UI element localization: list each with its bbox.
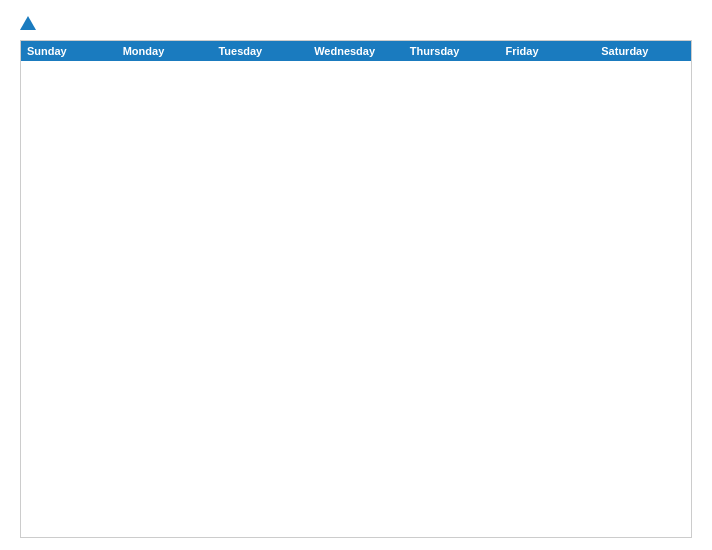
day-header-tuesday: Tuesday: [212, 41, 308, 61]
logo: [20, 16, 38, 30]
weeks-container: [21, 61, 691, 537]
calendar-grid: SundayMondayTuesdayWednesdayThursdayFrid…: [20, 40, 692, 538]
calendar-page: SundayMondayTuesdayWednesdayThursdayFrid…: [0, 0, 712, 550]
day-header-thursday: Thursday: [404, 41, 500, 61]
day-header-friday: Friday: [500, 41, 596, 61]
logo-triangle-icon: [20, 16, 36, 30]
day-header-saturday: Saturday: [595, 41, 691, 61]
logo-blue-row: [20, 16, 38, 30]
day-header-sunday: Sunday: [21, 41, 117, 61]
day-header-wednesday: Wednesday: [308, 41, 404, 61]
day-header-monday: Monday: [117, 41, 213, 61]
header: [20, 16, 692, 30]
days-header: SundayMondayTuesdayWednesdayThursdayFrid…: [21, 41, 691, 61]
